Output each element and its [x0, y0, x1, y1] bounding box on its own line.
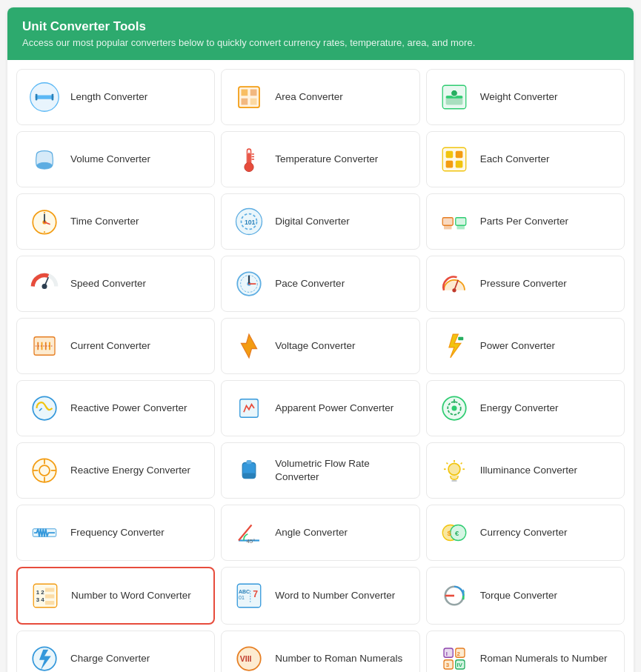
energy-label: Energy Converter	[480, 402, 559, 415]
card-current[interactable]: Current Converter	[16, 318, 215, 374]
card-energy[interactable]: Energy Converter	[426, 380, 625, 436]
power-icon	[437, 329, 471, 363]
charge-icon	[27, 642, 62, 672]
svg-rect-2	[36, 94, 38, 101]
card-area[interactable]: Area Converter	[221, 69, 419, 125]
reactive-power-icon	[27, 391, 62, 425]
svg-rect-7	[242, 99, 248, 105]
speed-label: Speed Converter	[70, 277, 146, 290]
card-angle[interactable]: 45° Angle Converter	[221, 505, 419, 561]
svg-rect-24	[455, 151, 462, 159]
card-frequency[interactable]: Frequency Converter	[16, 505, 215, 561]
card-each[interactable]: Each Converter	[426, 131, 625, 187]
svg-point-12	[451, 90, 457, 96]
parts-per-icon	[437, 204, 471, 239]
card-roman-to-number[interactable]: I 2 3 IV Roman Numerals to Number	[426, 631, 625, 672]
svg-text:€: €	[455, 529, 459, 537]
svg-rect-73	[247, 460, 252, 464]
word-to-number-icon: ABC 01 7	[232, 579, 266, 613]
digital-label: Digital Converter	[275, 215, 350, 228]
volumetric-icon	[232, 453, 266, 488]
page-header: Unit Converter Tools Access our most pop…	[7, 7, 634, 60]
roman-to-number-icon: I 2 3 IV	[437, 642, 471, 672]
time-icon	[27, 204, 62, 239]
currency-icon: $ €	[437, 516, 471, 550]
card-voltage[interactable]: Voltage Converter	[221, 318, 419, 374]
pressure-icon	[437, 267, 471, 301]
svg-rect-3	[52, 94, 54, 101]
angle-icon: 45°	[232, 516, 266, 550]
svg-text:7: 7	[253, 589, 259, 599]
volumetric-label: Volumetric Flow Rate Converter	[275, 457, 408, 483]
svg-text:2: 2	[456, 651, 460, 657]
apparent-power-label: Apparent Power Converter	[275, 402, 393, 415]
currency-label: Currency Converter	[480, 526, 568, 539]
svg-marker-55	[242, 334, 257, 358]
card-number-to-roman[interactable]: VIII Number to Roman Numerals	[221, 631, 419, 672]
card-parts-per[interactable]: Parts Per Converter	[426, 193, 625, 250]
digital-icon: 101	[232, 204, 266, 239]
card-time[interactable]: Time Converter	[16, 193, 215, 250]
card-pressure[interactable]: Pressure Converter	[426, 256, 625, 312]
each-label: Each Converter	[480, 153, 550, 166]
svg-rect-22	[442, 147, 466, 171]
card-word-to-number[interactable]: ABC 01 7 Word to Number Converter	[221, 567, 419, 625]
energy-icon	[437, 391, 471, 425]
torque-label: Torque Converter	[480, 589, 557, 602]
svg-text:3: 3	[445, 662, 449, 668]
number-to-roman-icon: VIII	[232, 642, 266, 672]
svg-rect-23	[445, 151, 453, 159]
word-to-number-label: Word to Number Converter	[275, 589, 395, 602]
svg-text:3 4: 3 4	[36, 596, 45, 603]
page-container: Unit Converter Tools Access our most pop…	[7, 7, 634, 672]
temperature-label: Temperature Converter	[275, 153, 378, 166]
weight-icon	[437, 80, 471, 114]
reactive-power-label: Reactive Power Converter	[70, 402, 187, 415]
number-to-roman-label: Number to Roman Numerals	[275, 652, 402, 665]
svg-point-15	[37, 162, 53, 169]
card-illuminance[interactable]: Illuminance Converter	[426, 442, 625, 499]
card-apparent-power[interactable]: Apparent Power Converter	[221, 380, 419, 436]
svg-rect-25	[445, 161, 453, 168]
illuminance-label: Illuminance Converter	[480, 464, 577, 477]
card-number-to-word[interactable]: 1 2 3 4 Number to Word Converter	[16, 567, 215, 625]
svg-text:1 2: 1 2	[36, 589, 45, 596]
svg-text:45°: 45°	[247, 538, 256, 545]
card-reactive-energy[interactable]: Reactive Energy Converter	[16, 442, 215, 499]
frequency-label: Frequency Converter	[70, 526, 165, 539]
area-label: Area Converter	[275, 90, 343, 104]
svg-text:01: 01	[239, 595, 245, 600]
card-pace[interactable]: Pace Converter	[221, 256, 419, 312]
each-icon	[437, 142, 471, 176]
card-speed[interactable]: Speed Converter	[16, 256, 215, 312]
apparent-power-icon	[232, 391, 266, 425]
power-label: Power Converter	[480, 339, 555, 353]
temperature-icon	[232, 142, 266, 176]
card-charge[interactable]: Charge Converter	[16, 631, 215, 672]
card-volume[interactable]: Volume Converter	[16, 131, 215, 187]
illuminance-icon	[437, 453, 471, 488]
svg-text:VIII: VIII	[240, 654, 252, 663]
voltage-label: Voltage Converter	[275, 339, 355, 353]
card-length[interactable]: Length Converter	[16, 69, 215, 125]
weight-label: Weight Converter	[480, 90, 558, 104]
angle-label: Angle Converter	[275, 526, 348, 539]
speed-icon	[27, 267, 62, 301]
card-digital[interactable]: 101 Digital Converter	[221, 193, 419, 250]
converter-grid: Length Converter Area Converter Weight C…	[7, 60, 634, 672]
pace-label: Pace Converter	[275, 277, 345, 290]
card-currency[interactable]: $ € Currency Converter	[426, 505, 625, 561]
length-icon	[27, 80, 62, 114]
card-reactive-power[interactable]: Reactive Power Converter	[16, 380, 215, 436]
reactive-energy-label: Reactive Energy Converter	[70, 464, 190, 477]
torque-icon	[437, 579, 471, 613]
card-weight[interactable]: Weight Converter	[426, 69, 625, 125]
svg-text:ABC: ABC	[239, 589, 250, 594]
card-temperature[interactable]: Temperature Converter	[221, 131, 419, 187]
card-volumetric[interactable]: Volumetric Flow Rate Converter	[221, 442, 419, 499]
svg-text:I: I	[445, 651, 447, 657]
svg-rect-5	[242, 90, 248, 96]
card-torque[interactable]: Torque Converter	[426, 567, 625, 625]
svg-rect-38	[444, 225, 452, 229]
card-power[interactable]: Power Converter	[426, 318, 625, 374]
